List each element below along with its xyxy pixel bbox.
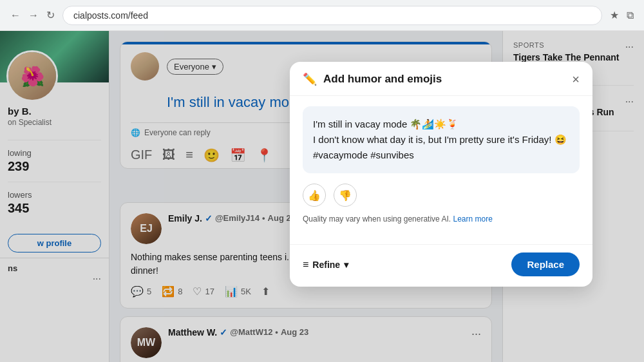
reload-icon[interactable]: ↻ <box>46 9 55 21</box>
refine-icon: ≡ <box>303 259 308 271</box>
ai-feedback: 👍 👎 <box>303 184 580 207</box>
thumbs-down-icon: 👎 <box>339 189 352 202</box>
ai-modal: ✏️ Add humor and emojis × I'm still in v… <box>290 62 592 287</box>
ai-suggestion-text: I'm still in vacay mode 🌴🏄☀️🍹 I don't kn… <box>303 106 580 173</box>
ai-pencil-icon: ✏️ <box>303 72 317 86</box>
ai-modal-body: I'm still in vacay mode 🌴🏄☀️🍹 I don't kn… <box>290 96 592 244</box>
main-layout: 🌺 by B. on Specialist lowing 239 lowers … <box>0 31 644 362</box>
ai-modal-header: ✏️ Add humor and emojis × <box>290 62 592 96</box>
thumbs-up-icon: 👍 <box>308 189 321 202</box>
refine-label: Refine <box>312 260 340 270</box>
ai-modal-footer: ≡ Refine ▾ Replace <box>290 244 592 287</box>
replace-button[interactable]: Replace <box>511 252 580 276</box>
ai-disclaimer: Quality may vary when using generative A… <box>303 214 580 224</box>
refine-chevron-icon: ▾ <box>344 260 348 270</box>
close-button[interactable]: × <box>572 73 580 86</box>
back-icon[interactable]: ← <box>10 10 21 21</box>
refine-button[interactable]: ≡ Refine ▾ <box>303 259 348 271</box>
url-bar[interactable]: cialposts.com/feed <box>62 6 602 25</box>
forward-icon[interactable]: → <box>28 10 39 21</box>
browser-bar: ← → ↻ cialposts.com/feed ★ ⧉ <box>0 0 644 31</box>
bookmark-icon[interactable]: ★ <box>610 9 619 21</box>
ai-modal-title: ✏️ Add humor and emojis <box>303 72 442 86</box>
extensions-icon[interactable]: ⧉ <box>627 10 634 21</box>
url-text: cialposts.com/feed <box>73 10 148 21</box>
learn-more-link[interactable]: Learn more <box>453 214 492 224</box>
thumbs-down-button[interactable]: 👎 <box>334 184 357 207</box>
thumbs-up-button[interactable]: 👍 <box>303 184 326 207</box>
